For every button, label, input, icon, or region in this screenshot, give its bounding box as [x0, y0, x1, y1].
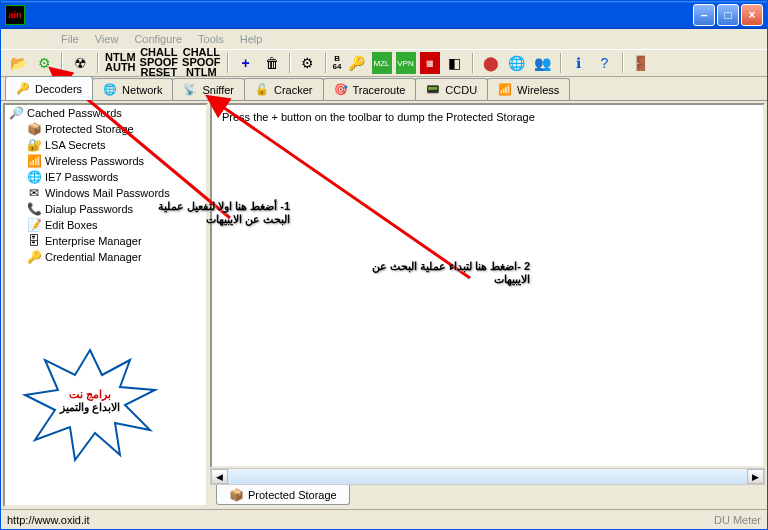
tree-label: Edit Boxes [45, 219, 98, 231]
mzl-icon[interactable]: MZL [372, 52, 392, 74]
hint-text: Press the + button on the toolbar to dum… [222, 111, 753, 123]
tab-cracker[interactable]: 🔓Cracker [244, 78, 324, 100]
tab-decoders[interactable]: 🔑Decoders [5, 76, 93, 100]
separator [97, 53, 99, 73]
tree-item-enterprise[interactable]: 🗄Enterprise Manager [5, 233, 206, 249]
mail-icon: ✉ [27, 186, 41, 200]
menu-configure[interactable]: Configure [134, 33, 182, 45]
scroll-track[interactable] [228, 469, 747, 484]
tab-label: Wireless [517, 84, 559, 96]
maximize-button[interactable]: □ [717, 4, 739, 26]
tree-item-lsa-secrets[interactable]: 🔐LSA Secrets [5, 137, 206, 153]
globe-icon[interactable]: 🌐 [506, 52, 528, 74]
rsa-icon[interactable]: ▦ [420, 52, 440, 74]
separator [289, 53, 291, 73]
titlebar: ain – □ × [1, 1, 767, 29]
phone-icon: 📞 [27, 202, 41, 216]
menu-file[interactable]: File [61, 33, 79, 45]
statusbar: http://www.oxid.it DU Meter [1, 509, 767, 529]
tree-label: Credential Manager [45, 251, 142, 263]
chall-spoof-reset-button[interactable]: CHALLSPOOFRESET [140, 48, 179, 78]
annotation-2: 2 -اضغط هنا لتبداء عملية البحث عن الايبي… [360, 260, 530, 286]
b64-button[interactable]: B 64 [333, 55, 342, 71]
tab-label: Traceroute [353, 84, 406, 96]
target-icon: 🎯 [334, 83, 348, 97]
annotation-1: 1- أضغط هنا اولا لتفعيل عملية البحث عن ا… [140, 200, 290, 226]
sq-icon[interactable]: ◧ [444, 52, 466, 74]
db-icon: 🗄 [27, 234, 41, 248]
radiation-icon[interactable]: ☢ [69, 52, 91, 74]
ntlm-auth-button[interactable]: NTLMAUTH [105, 53, 136, 73]
star-line2: الابداع والتميز [35, 401, 145, 414]
window-controls: – □ × [693, 4, 763, 26]
btab-protected-storage[interactable]: 📦Protected Storage [216, 485, 350, 505]
tree-item-protected-storage[interactable]: 📦Protected Storage [5, 121, 206, 137]
folder-icon: 🔎 [9, 106, 23, 120]
key-icon: 🔑 [16, 82, 30, 96]
tree-item-winmail[interactable]: ✉Windows Mail Passwords [5, 185, 206, 201]
tree-item-credential[interactable]: 🔑Credential Manager [5, 249, 206, 265]
tab-ccdu[interactable]: 📟CCDU [415, 78, 488, 100]
help-icon[interactable]: ? [594, 52, 616, 74]
vpn-icon[interactable]: VPN [396, 52, 416, 74]
globe-red-icon[interactable]: ⬤ [480, 52, 502, 74]
separator [622, 53, 624, 73]
ccdu-icon: 📟 [426, 83, 440, 97]
tree-label: IE7 Passwords [45, 171, 118, 183]
close-button[interactable]: × [741, 4, 763, 26]
tree-label: Enterprise Manager [45, 235, 142, 247]
separator [560, 53, 562, 73]
tree-item-ie7[interactable]: 🌐IE7 Passwords [5, 169, 206, 185]
trash-icon[interactable]: 🗑 [261, 52, 283, 74]
tree-label: Dialup Passwords [45, 203, 133, 215]
tab-wireless[interactable]: 📶Wireless [487, 78, 570, 100]
status-url: http://www.oxid.it [7, 514, 90, 526]
star-text: برامج نت الابداع والتميز [35, 388, 145, 414]
plus-icon[interactable]: + [235, 52, 257, 74]
menu-tools[interactable]: Tools [198, 33, 224, 45]
tree-item-wireless[interactable]: 📶Wireless Passwords [5, 153, 206, 169]
minimize-button[interactable]: – [693, 4, 715, 26]
sniffer-icon: 📡 [183, 83, 197, 97]
separator [61, 53, 63, 73]
tree-label: Protected Storage [45, 123, 134, 135]
h-scrollbar[interactable]: ◀ ▶ [210, 468, 765, 485]
wifi-icon: 📶 [27, 154, 41, 168]
tab-sniffer[interactable]: 📡Sniffer [172, 78, 245, 100]
menu-view[interactable]: View [95, 33, 119, 45]
key-icon: 🔑 [27, 250, 41, 264]
tree-label: LSA Secrets [45, 139, 106, 151]
separator [472, 53, 474, 73]
tree-label: Cached Passwords [27, 107, 122, 119]
key-icon[interactable]: 🔑 [346, 52, 368, 74]
cracker-icon: 🔓 [255, 83, 269, 97]
exit-icon[interactable]: 🚪 [630, 52, 652, 74]
tab-label: Cracker [274, 84, 313, 96]
tab-label: Network [122, 84, 162, 96]
lan-icon[interactable]: ⚙ [33, 52, 55, 74]
scroll-right-icon[interactable]: ▶ [747, 469, 764, 484]
tree-root-cached-passwords[interactable]: 🔎Cached Passwords [5, 105, 206, 121]
bottom-tabs: 📦Protected Storage [210, 485, 765, 507]
box-icon: 📦 [229, 488, 243, 502]
users-icon[interactable]: 👥 [532, 52, 554, 74]
app-icon: ain [5, 5, 25, 25]
info-icon[interactable]: ℹ [568, 52, 590, 74]
menubar: File View Configure Tools Help [1, 29, 767, 49]
menu-help[interactable]: Help [240, 33, 263, 45]
scroll-left-icon[interactable]: ◀ [211, 469, 228, 484]
chall-spoof-ntlm-button[interactable]: CHALLSPOOFNTLM [182, 48, 221, 78]
ie-icon: 🌐 [27, 170, 41, 184]
tab-label: Decoders [35, 83, 82, 95]
tree-label: Wireless Passwords [45, 155, 144, 167]
gear-icon[interactable]: ⚙ [297, 52, 319, 74]
globe-icon: 🌐 [103, 83, 117, 97]
separator [227, 53, 229, 73]
open-icon[interactable]: 📂 [7, 52, 29, 74]
tab-network[interactable]: 🌐Network [92, 78, 173, 100]
star-line1: برامج نت [35, 388, 145, 401]
separator [325, 53, 327, 73]
tab-traceroute[interactable]: 🎯Traceroute [323, 78, 417, 100]
box-icon: 📦 [27, 122, 41, 136]
lock-icon: 🔐 [27, 138, 41, 152]
